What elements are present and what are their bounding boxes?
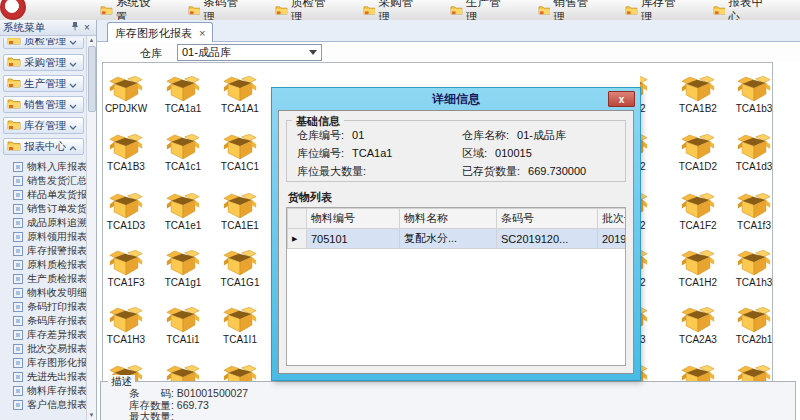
storage-bin-cell[interactable]: TCA1h3 [732,250,773,288]
storage-bin-partial[interactable]: 2 [640,134,652,172]
storage-bin-cell[interactable]: TCA2b1 [732,307,773,345]
goods-table-row[interactable]: ▶705101复配水分...SC2019120...2019120503669.… [288,229,627,249]
report-list: 物料入库报表 销售发货汇总... 样品单发货报表 销售订单发货... 成品原料追… [0,160,87,412]
storage-bin-cell[interactable]: TCA1b3 [732,76,773,114]
storage-bin-cell[interactable] [676,365,720,382]
menu-item[interactable]: 质检管理 [275,0,337,20]
sidebar-report-item[interactable]: 条码库存报表 [0,314,87,328]
sidebar-scrollbar[interactable]: ▲ ▼ [86,36,96,420]
field-label: 仓库名称: [462,128,509,143]
sidebar-report-item[interactable]: 物料入库报表 [0,160,87,174]
storage-bin-cell[interactable]: CPDJKW [104,76,148,114]
storage-bin-cell[interactable]: TCA2A3 [676,307,720,345]
tab-close-icon[interactable]: × [199,28,205,38]
storage-bin-cell[interactable] [218,365,262,382]
open-box-icon [109,193,143,219]
sidebar-group[interactable]: 库存管理 [3,117,84,134]
toolbar: 仓库 01-成品库 [97,42,800,62]
sidebar-report-item[interactable]: 条码打印报表 [0,300,87,314]
sidebar-report-item[interactable]: 客户信息报表 [0,398,87,412]
dialog-close-button[interactable]: x [608,91,635,107]
sidebar-close-icon[interactable]: × [81,21,93,35]
sidebar-group[interactable]: 销售管理 [3,96,84,113]
storage-bin-cell[interactable]: TCA1d3 [732,134,773,172]
goods-column-header[interactable]: 物料名称 [400,209,497,229]
sidebar-report-item[interactable]: 库存差异报表 [0,328,87,342]
storage-bin-partial[interactable]: 2 [640,250,652,288]
goods-table-cell: 2019120503 [598,229,627,249]
storage-bin-cell[interactable] [732,365,773,382]
storage-bin-cell[interactable]: TCA1F2 [676,193,720,231]
goods-column-header[interactable]: 批次号 [598,209,627,229]
storage-bin-cell[interactable]: TCA1H3 [104,307,148,345]
menu-item[interactable]: 采购管理 [363,0,425,20]
dialog-body: 基础信息 仓库编号:01仓库名称:01-成品库库位编号:TCA1a1区域:010… [278,110,634,374]
menu-item[interactable]: 销售管理 [538,0,600,20]
goods-column-header[interactable]: 物料编号 [307,209,400,229]
sidebar-group-label: 质检管理 [24,38,69,48]
storage-bin-cell[interactable]: TCA1E1 [218,193,262,231]
sidebar-group[interactable]: 报表中心 [3,138,84,155]
sidebar-group-partial[interactable]: 质检管理 [3,38,84,50]
sidebar-report-item[interactable]: 物料库存报表 [0,384,87,398]
scroll-up-icon[interactable]: ▲ [87,36,96,45]
tab-inventory-graphic-report[interactable]: 库存图形化报表 × [107,22,213,43]
storage-bin-cell[interactable]: TCA1D3 [104,193,148,231]
storage-bin-cell[interactable]: TCA1i1 [161,307,205,345]
storage-bin-cell[interactable]: TCA1H2 [676,250,720,288]
storage-bin-label: TCA1H2 [676,277,720,288]
sidebar-report-item[interactable]: 销售发货汇总... [0,174,87,188]
storage-bin-cell[interactable]: TCA1a1 [161,76,205,114]
storage-bin-label-fragment: 2 [640,103,652,114]
menu-item[interactable]: 报表中心 [713,0,775,20]
menu-item[interactable]: 系统设置 [100,0,162,20]
goods-list-title: 货物列表 [288,190,624,205]
storage-bin-cell[interactable]: TCA1e1 [161,193,205,231]
storage-bin-partial[interactable]: 2 [640,76,652,114]
pin-icon[interactable] [69,21,81,35]
sidebar-report-item[interactable]: 销售订单发货... [0,202,87,216]
storage-bin-cell[interactable] [161,365,205,382]
storage-bin-label: TCA1i1 [161,334,205,345]
storage-bin-partial[interactable] [640,365,652,382]
report-icon [13,386,23,396]
menu-item[interactable]: 库存管理 [625,0,687,20]
storage-bin-cell[interactable]: TCA1C1 [218,134,262,172]
storage-bin-cell[interactable]: TCA1F3 [104,250,148,288]
sidebar-report-item[interactable]: 物料收发明细... [0,286,87,300]
storage-bin-label: TCA2b1 [732,334,773,345]
sidebar-group[interactable]: 生产管理 [3,75,84,92]
goods-table-cell: 复配水分... [400,229,497,249]
sidebar-report-item[interactable]: 成品原料追溯... [0,216,87,230]
storage-bin-cell[interactable]: TCA1B3 [104,134,148,172]
storage-bin-label: TCA1G1 [218,277,262,288]
sidebar-report-item[interactable]: 库存图形化报表 [0,356,87,370]
sidebar-group[interactable]: 质检管理 [3,38,84,49]
sidebar-group[interactable]: 采购管理 [3,54,84,71]
storage-bin-cell[interactable]: TCA1B2 [676,76,720,114]
storage-bin-partial[interactable]: 2 [640,193,652,231]
menu-item[interactable]: 条码管理 [188,0,250,20]
scrollbar-thumb[interactable] [88,46,96,112]
sidebar-report-item[interactable]: 原料领用报表 [0,230,87,244]
open-box-icon [166,76,200,102]
warehouse-select[interactable]: 01-成品库 [177,44,322,61]
sidebar-report-item[interactable]: 生产质检报表 [0,272,87,286]
sidebar-report-item[interactable]: 库存报警报表 [0,244,87,258]
menu-item[interactable]: 生产管理 [450,0,512,20]
sidebar-report-item[interactable]: 样品单发货报表 [0,188,87,202]
storage-bin-cell[interactable]: TCA1D2 [676,134,720,172]
storage-bin-partial[interactable]: 3 [640,307,652,345]
sidebar-report-item[interactable]: 先进先出报表 [0,370,87,384]
storage-bin-cell[interactable]: TCA1G1 [218,250,262,288]
storage-bin-cell[interactable]: TCA1f3 [732,193,773,231]
storage-bin-cell[interactable]: TCA1g1 [161,250,205,288]
storage-bin-cell[interactable]: TCA1c1 [161,134,205,172]
sidebar-report-item[interactable]: 批次交易报表 [0,342,87,356]
report-icon [13,302,23,312]
sidebar-report-item[interactable]: 原料质检报表 [0,258,87,272]
storage-bin-cell[interactable]: TCA1A1 [218,76,262,114]
goods-column-header[interactable]: 条码号 [497,209,598,229]
storage-bin-cell[interactable]: TCA1I1 [218,307,262,345]
scroll-down-icon[interactable]: ▼ [87,411,96,420]
